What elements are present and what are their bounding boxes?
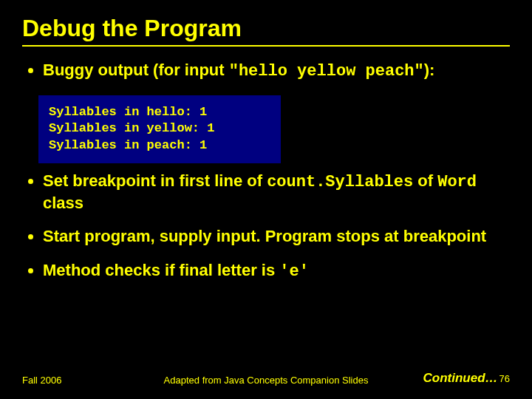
footer: Fall 2006 Adapted from Java Concepts Com…: [22, 371, 510, 386]
slide: Debug the Program Buggy output (for inpu…: [0, 0, 532, 399]
bullet2-c2: Word: [437, 173, 477, 191]
footer-left: Fall 2006: [22, 375, 61, 386]
bullet2-t1: Set breakpoint in first line of: [43, 171, 267, 190]
bullet2-t3: class: [43, 194, 83, 212]
footer-center: Adapted from Java Concepts Companion Sli…: [164, 375, 369, 386]
footer-right: Continued…76: [423, 371, 510, 386]
bullet1-text-prefix: Buggy output (for input: [43, 61, 229, 79]
bullet1-text-suffix: ):: [424, 61, 435, 79]
bullet-item-3: Start program, supply input. Program sto…: [43, 226, 510, 247]
bullet4-t1: Method checks if final letter is: [43, 261, 279, 279]
bullet2-c1: count.Syllables: [267, 173, 413, 191]
title-underline: [22, 45, 510, 47]
bullet-item-2: Set breakpoint in first line of count.Sy…: [43, 171, 510, 213]
slide-title: Debug the Program: [22, 15, 510, 42]
bullet-list: Buggy output (for input "hello yellow pe…: [22, 60, 510, 82]
bullet1-code: "hello yellow peach": [229, 62, 424, 81]
bullet-item-4: Method checks if final letter is 'e': [43, 260, 510, 282]
page-number: 76: [499, 373, 510, 384]
bullet2-t2: of: [413, 171, 437, 190]
bullet4-c1: 'e': [279, 262, 309, 281]
output-box: Syllables in hello: 1 Syllables in yello…: [38, 95, 281, 164]
bullet-item-1: Buggy output (for input "hello yellow pe…: [43, 60, 510, 82]
continued-label: Continued…: [423, 371, 497, 385]
bullet-list-2: Set breakpoint in first line of count.Sy…: [22, 171, 510, 282]
